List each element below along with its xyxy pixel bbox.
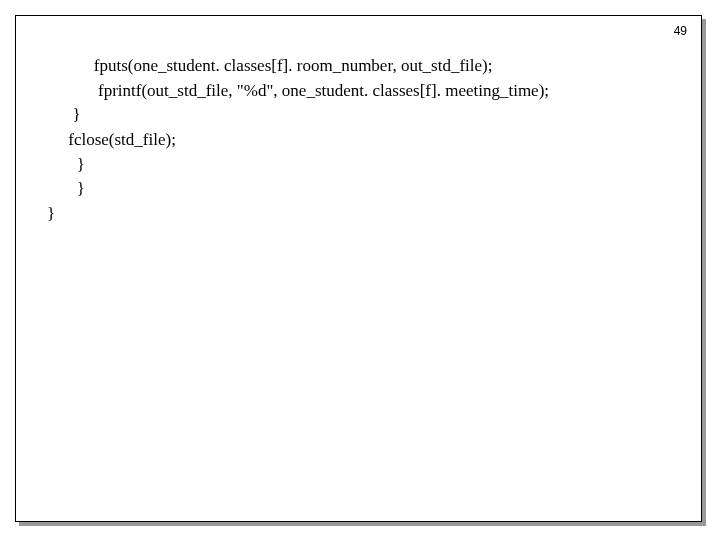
code-line-3: } xyxy=(30,105,81,124)
code-line-6: } xyxy=(30,179,85,198)
slide: 49 fputs(one_student. classes[f]. room_n… xyxy=(15,15,702,522)
slide-container: 49 fputs(one_student. classes[f]. room_n… xyxy=(15,15,702,522)
code-line-1: fputs(one_student. classes[f]. room_numb… xyxy=(30,56,493,75)
code-block: fputs(one_student. classes[f]. room_numb… xyxy=(30,54,687,226)
page-number: 49 xyxy=(674,24,687,38)
code-line-5: } xyxy=(30,155,85,174)
code-line-7: } xyxy=(30,204,55,223)
code-line-4: fclose(std_file); xyxy=(30,130,176,149)
code-line-2: fprintf(out_std_file, "%d", one_student.… xyxy=(30,81,549,100)
